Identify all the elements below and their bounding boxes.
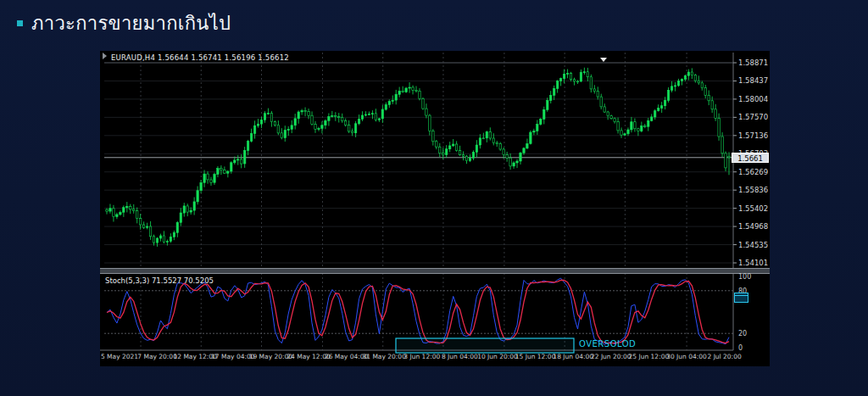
candle-body (237, 159, 239, 160)
candle-body (142, 225, 144, 227)
candle-body (176, 222, 178, 232)
date-label: 10 Jun 20:00 (477, 353, 518, 360)
candle-body (345, 121, 347, 125)
candle-body (563, 74, 565, 78)
oversold-annotation-label: OVERSOLOD (579, 339, 636, 349)
candle-body (281, 133, 282, 138)
candle-body (492, 138, 494, 142)
candle-body (241, 159, 242, 164)
one-click-trading-arrow-icon[interactable] (103, 53, 107, 59)
candle-body (728, 156, 730, 158)
candle-body (691, 72, 693, 75)
candle-body (429, 115, 431, 131)
candle-body (325, 120, 326, 125)
candle-body (314, 125, 316, 130)
candle-body (264, 114, 265, 120)
candle-body (304, 111, 306, 112)
candle-body (163, 236, 164, 242)
candle-body (674, 86, 676, 86)
candle-body (627, 130, 629, 134)
candle-body (298, 112, 299, 119)
candle-body (530, 132, 531, 143)
candle-body (113, 209, 114, 217)
candle-body (681, 80, 682, 81)
candle-body (398, 91, 400, 94)
candle-body (234, 160, 236, 163)
candle-body (576, 81, 578, 82)
candle-body (600, 97, 602, 107)
date-label: 31 May 20:00 (362, 353, 405, 360)
candle-body (109, 209, 111, 211)
candle-body (462, 155, 464, 157)
candle-body (459, 151, 460, 155)
candle-body (270, 113, 272, 121)
candle-body (648, 120, 649, 126)
time-axis[interactable]: 5 May 20217 May 20:0012 May 12:0017 May … (100, 353, 770, 365)
candle-body (318, 129, 320, 130)
candle-body (593, 89, 595, 92)
candle-body (284, 131, 286, 138)
candle-body (308, 112, 309, 116)
candle-body (509, 158, 511, 166)
candle-body (392, 100, 393, 101)
candle-body (620, 131, 622, 135)
candle-body (217, 169, 219, 175)
candle-body (338, 117, 340, 118)
candle-body (559, 79, 561, 81)
candle-body (694, 75, 696, 81)
candle-body (244, 151, 246, 165)
candle-body (614, 119, 615, 122)
candle-body (708, 95, 709, 101)
candle-body (381, 109, 383, 119)
price-axis-label: 1.55836 (738, 186, 768, 194)
candle-body (116, 215, 118, 217)
candle-body (566, 74, 568, 75)
price-scale[interactable]: 1.588711.584371.580041.575701.571361.567… (733, 51, 770, 366)
candle-body (439, 147, 441, 153)
date-label: 18 Jun 04:00 (553, 353, 593, 360)
candle-body (130, 206, 131, 209)
candle-body (660, 106, 662, 109)
candle-body (227, 171, 229, 173)
candle-body (419, 91, 420, 98)
price-axis-label: 1.54101 (738, 259, 768, 267)
candle-body (354, 124, 356, 133)
candle-body (253, 125, 255, 133)
price-axis-label: 1.55402 (738, 204, 768, 213)
candle-body (170, 237, 171, 241)
candle-body (385, 105, 387, 110)
candle-body (294, 119, 296, 125)
candle-body (590, 77, 592, 89)
candle-body (207, 174, 209, 180)
title-bullet-icon (17, 20, 23, 26)
candle-body (476, 145, 477, 153)
candle-body (193, 202, 195, 210)
chart-object-marker-icon[interactable] (600, 58, 607, 62)
candle-body (395, 94, 397, 100)
candle-body (725, 153, 726, 168)
candle-body (180, 213, 181, 222)
candle-body (250, 134, 252, 142)
chart-canvas[interactable] (100, 51, 770, 366)
candle-body (287, 129, 289, 130)
trading-chart-window[interactable]: EURAUD,H4 1.56644 1.56741 1.56196 1.5661… (100, 51, 770, 366)
candle-body (637, 129, 639, 131)
candle-body (214, 175, 215, 183)
candle-body (583, 72, 585, 73)
oversold-highlight-box[interactable] (396, 338, 574, 353)
candle-body (670, 86, 672, 91)
candle-body (301, 111, 303, 112)
candle-body (499, 144, 501, 150)
candle-body (482, 138, 484, 139)
price-axis-label: 1.58437 (738, 76, 768, 85)
candle-body (210, 180, 212, 182)
date-label: 15 Jun 12:00 (515, 353, 556, 360)
candle-body (520, 153, 521, 161)
candle-body (543, 109, 545, 119)
panel-separator[interactable] (100, 268, 770, 274)
symbol-ohlc-header: EURAUD,H4 1.56644 1.56741 1.56196 1.5661… (111, 53, 289, 62)
candle-body (634, 122, 636, 129)
candle-body (654, 111, 656, 117)
candle-body (469, 158, 470, 160)
price-axis-label: 1.57570 (738, 113, 768, 121)
